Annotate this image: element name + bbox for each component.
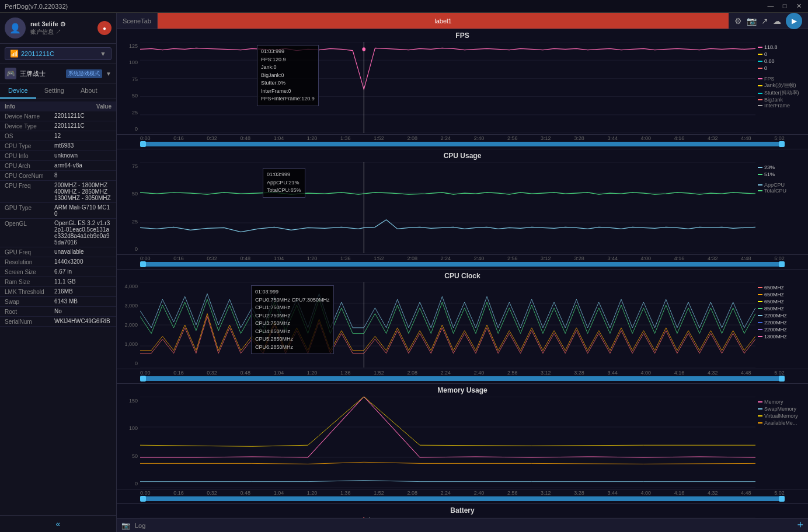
info-table: Info Value Device Name22011211CDevice Ty… bbox=[0, 99, 116, 515]
cpu-usage-chart-inner[interactable]: 01:03:999 AppCPU:21% TotalCPU:65% bbox=[140, 162, 755, 253]
info-value: 12 bbox=[54, 132, 112, 139]
close-button[interactable]: ✕ bbox=[794, 2, 803, 10]
user-info: net 3elife ⊙ 账户信息 ↗ bbox=[30, 20, 93, 36]
scene-tab-bar: SceneTab label1 ⚙ 📷 ↗ ☁ ▶ bbox=[117, 13, 808, 29]
memory-chart-container: 150 100 50 0 bbox=[117, 396, 808, 489]
battery-chart-inner[interactable]: 01:04:499 Power:7603mW Voltage:4173mV Cu… bbox=[140, 517, 755, 518]
scene-active-tab[interactable]: label1 bbox=[158, 13, 729, 29]
cpu-clock-chart-container: 4,000 3,000 2,000 1,000 0 bbox=[117, 281, 808, 369]
info-col-header: Info bbox=[5, 103, 15, 110]
cpu-usage-x-axis: 0:000:160:320:481:041:201:361:522:082:24… bbox=[117, 254, 808, 262]
log-button[interactable]: Log bbox=[135, 522, 145, 529]
tab-device[interactable]: Device bbox=[0, 83, 36, 99]
battery-chart-section: Battery 10,000 7,500 5,000 2,500 0 bbox=[117, 504, 808, 518]
info-key: Ram Size bbox=[5, 278, 54, 285]
info-value: 22011211C bbox=[54, 123, 112, 129]
fps-chart-container: 125 100 75 50 25 0 bbox=[117, 41, 808, 134]
cpu-usage-y-axis: 75 50 25 0 bbox=[117, 162, 140, 253]
fps-scroll-left[interactable] bbox=[140, 141, 146, 147]
info-row: LMK Threshold216MB bbox=[0, 287, 116, 297]
scene-icons: ⚙ 📷 ↗ ☁ ▶ bbox=[729, 13, 808, 29]
legend-fps: 118.8 bbox=[758, 44, 806, 50]
fps-scrollbar[interactable] bbox=[140, 142, 785, 146]
settings-icon[interactable]: ⚙ bbox=[734, 16, 742, 26]
fps-scroll-thumb[interactable] bbox=[140, 142, 785, 146]
app-title: PerfDog(v7.0.220332) bbox=[5, 3, 68, 10]
info-row: Swap6143 MB bbox=[0, 297, 116, 307]
screenshot-icon[interactable]: 📷 bbox=[747, 16, 757, 26]
info-value: 200MHZ - 1800MHZ 400MHZ - 2850MHZ 1300MH… bbox=[54, 182, 112, 201]
info-row: OS12 bbox=[0, 131, 116, 141]
chevron-down-icon: ▼ bbox=[106, 71, 112, 77]
battery-legend: 3008mW 4181mV 723mA Power Voltage Curren… bbox=[755, 517, 808, 518]
cpu-clock-scrollbar[interactable] bbox=[140, 376, 785, 381]
cpu-clock-svg bbox=[140, 282, 755, 368]
info-rows-container: Device Name22011211CDevice Type22011211C… bbox=[0, 111, 116, 327]
tab-about[interactable]: About bbox=[72, 83, 106, 99]
cpu-usage-scrollbar[interactable] bbox=[140, 262, 785, 267]
fps-chart-inner[interactable]: 01:03:999 FPS:120.9 Jank:0 BigJank:0 Stu… bbox=[140, 42, 755, 133]
add-chart-button[interactable]: + bbox=[797, 519, 803, 531]
info-row: SerialNumWKlJ4HWC49G6lRlB bbox=[0, 317, 116, 327]
info-value: mt6983 bbox=[54, 142, 112, 149]
info-key: CPU Arch bbox=[5, 162, 54, 169]
info-key: GPU Freq bbox=[5, 249, 54, 256]
cpu-clock-y-axis: 4,000 3,000 2,000 1,000 0 bbox=[117, 282, 140, 368]
info-key: Resolution bbox=[5, 258, 54, 265]
cpu-clock-x-axis: 0:000:160:320:481:041:201:361:522:082:24… bbox=[117, 369, 808, 376]
memory-scrollbar[interactable] bbox=[140, 496, 785, 501]
info-value: No bbox=[54, 308, 112, 314]
memory-chart-section: Memory Usage 150 100 50 0 bbox=[117, 384, 808, 504]
info-row: RootNo bbox=[0, 307, 116, 317]
wifi-icon: 📶 bbox=[10, 50, 19, 58]
info-value: 11.1 GB bbox=[54, 278, 112, 285]
fps-scroll-right[interactable] bbox=[779, 141, 785, 147]
memory-svg bbox=[140, 397, 755, 488]
memory-legend: Memory SwapMemory VirtualMemory Availabl… bbox=[755, 397, 808, 488]
fps-legend-dot bbox=[758, 47, 762, 48]
info-value: unknown bbox=[54, 152, 112, 159]
battery-chart-container: 10,000 7,500 5,000 2,500 0 bbox=[117, 516, 808, 518]
info-value: 8 bbox=[54, 172, 112, 178]
collapse-button[interactable]: « bbox=[0, 515, 116, 532]
screenshot-bottom-icon[interactable]: 📷 bbox=[121, 522, 130, 530]
memory-x-axis: 0:000:160:320:481:041:201:361:522:082:24… bbox=[117, 489, 808, 496]
cpu-clock-chart-section: CPU Clock 4,000 3,000 2,000 1,000 0 bbox=[117, 270, 808, 384]
fps-y-axis: 125 100 75 50 25 0 bbox=[117, 42, 140, 133]
share-icon[interactable]: ↗ bbox=[761, 16, 768, 26]
bottom-bar: 📷 Log + bbox=[117, 518, 808, 532]
game-section: 🎮 王牌战士 系统游戏模式 ▼ bbox=[0, 64, 116, 83]
info-key: CPU Info bbox=[5, 152, 54, 159]
play-button[interactable]: ▶ bbox=[786, 13, 802, 29]
record-button[interactable] bbox=[97, 21, 112, 35]
legend-jank: 0 bbox=[758, 51, 806, 57]
info-value: 22011211C bbox=[54, 113, 112, 119]
info-key: Device Type bbox=[5, 123, 54, 130]
fps-x-axis: 0:000:160:320:481:041:201:361:522:082:24… bbox=[117, 134, 808, 142]
memory-chart-inner[interactable] bbox=[140, 397, 755, 488]
maximize-button[interactable]: □ bbox=[780, 2, 789, 10]
info-row: Screen Size6.67 in bbox=[0, 267, 116, 277]
user-account[interactable]: 账户信息 ↗ bbox=[30, 28, 93, 36]
device-selector[interactable]: 📶 22011211C ▼ bbox=[5, 47, 112, 60]
tab-setting[interactable]: Setting bbox=[36, 83, 72, 99]
game-name-label: 王牌战士 bbox=[20, 69, 62, 78]
game-mode-badge: 系统游戏模式 bbox=[66, 69, 102, 78]
battery-svg bbox=[140, 517, 755, 518]
info-table-header: Info Value bbox=[0, 102, 116, 111]
info-key: Screen Size bbox=[5, 268, 54, 275]
right-panel: SceneTab label1 ⚙ 📷 ↗ ☁ ▶ FPS 125 100 75 bbox=[117, 13, 808, 532]
cloud-icon[interactable]: ☁ bbox=[773, 16, 781, 26]
minimize-button[interactable]: — bbox=[766, 2, 775, 10]
info-value: unavailable bbox=[54, 249, 112, 255]
battery-chart-title: Battery bbox=[117, 504, 808, 516]
legend-stutter: 0.00 bbox=[758, 58, 806, 64]
info-row: CPU CoreNum8 bbox=[0, 171, 116, 181]
cpu-usage-svg bbox=[140, 162, 755, 253]
scene-tab-label: SceneTab bbox=[117, 13, 158, 29]
battery-y-axis: 10,000 7,500 5,000 2,500 0 bbox=[117, 517, 140, 518]
info-row: CPU Typemt6983 bbox=[0, 141, 116, 151]
svg-point-7 bbox=[362, 47, 365, 51]
info-value: OpenGL ES 3.2 v1.r32p1-01eac0.5ce131ae33… bbox=[54, 220, 112, 246]
cpu-clock-chart-inner[interactable]: 01:03:999 CPU0:750MHz CPU7:3050MHz CPU1:… bbox=[140, 282, 755, 368]
